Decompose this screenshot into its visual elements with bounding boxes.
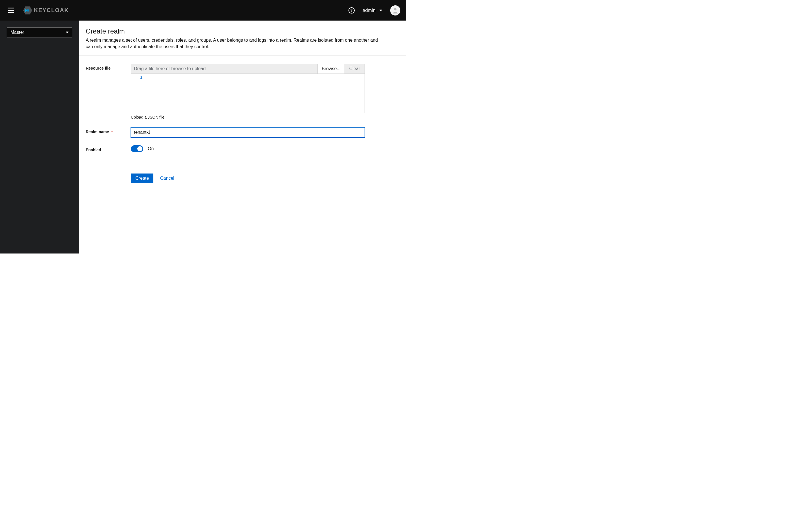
cancel-button[interactable]: Cancel	[160, 176, 174, 181]
resource-file-field: Resource file Drag a file here or browse…	[86, 64, 399, 119]
editor-gutter: 1	[131, 74, 145, 113]
header-left: KEYCLOAK	[6, 5, 69, 15]
avatar[interactable]	[390, 5, 400, 15]
app-logo-text: KEYCLOAK	[34, 7, 69, 13]
realm-name-field: Realm name *	[86, 127, 399, 137]
file-upload-bar: Drag a file here or browse to upload Bro…	[131, 64, 365, 74]
json-editor[interactable]: 1	[131, 74, 365, 113]
resource-file-label: Resource file	[86, 64, 131, 119]
keycloak-logo-icon	[23, 6, 32, 15]
enabled-field: Enabled On	[86, 145, 399, 152]
page-description: A realm manages a set of users, credenti…	[86, 37, 385, 50]
divider	[79, 55, 406, 56]
header-right: ? admin	[349, 5, 400, 15]
svg-point-3	[394, 8, 397, 10]
sidebar: Master	[0, 20, 79, 253]
browse-button[interactable]: Browse...	[317, 64, 345, 73]
editor-textarea[interactable]	[145, 74, 359, 113]
resource-file-helper: Upload a JSON file	[131, 115, 365, 119]
file-drop-zone[interactable]: Drag a file here or browse to upload	[131, 64, 317, 73]
chevron-down-icon	[379, 10, 382, 11]
chevron-down-icon	[66, 32, 68, 33]
help-icon[interactable]: ?	[349, 7, 355, 13]
app-header: KEYCLOAK ? admin	[0, 0, 406, 20]
realm-selector-dropdown[interactable]: Master	[7, 27, 72, 38]
user-menu-dropdown[interactable]: admin	[363, 8, 382, 13]
enabled-state-label: On	[148, 146, 154, 151]
main-content: Create realm A realm manages a set of us…	[79, 20, 406, 253]
realm-selector-label: Master	[10, 30, 24, 35]
enabled-label: Enabled	[86, 145, 131, 152]
required-marker: *	[111, 129, 112, 134]
create-button[interactable]: Create	[131, 173, 153, 183]
realm-name-input[interactable]	[131, 127, 365, 137]
hamburger-menu-button[interactable]	[6, 5, 16, 15]
form-actions: Create Cancel	[86, 160, 399, 183]
realm-name-label: Realm name *	[86, 127, 131, 137]
app-logo[interactable]: KEYCLOAK	[23, 6, 69, 15]
user-label: admin	[363, 8, 375, 13]
page-title: Create realm	[86, 27, 399, 35]
clear-button[interactable]: Clear	[345, 64, 364, 73]
enabled-toggle[interactable]	[131, 145, 143, 152]
